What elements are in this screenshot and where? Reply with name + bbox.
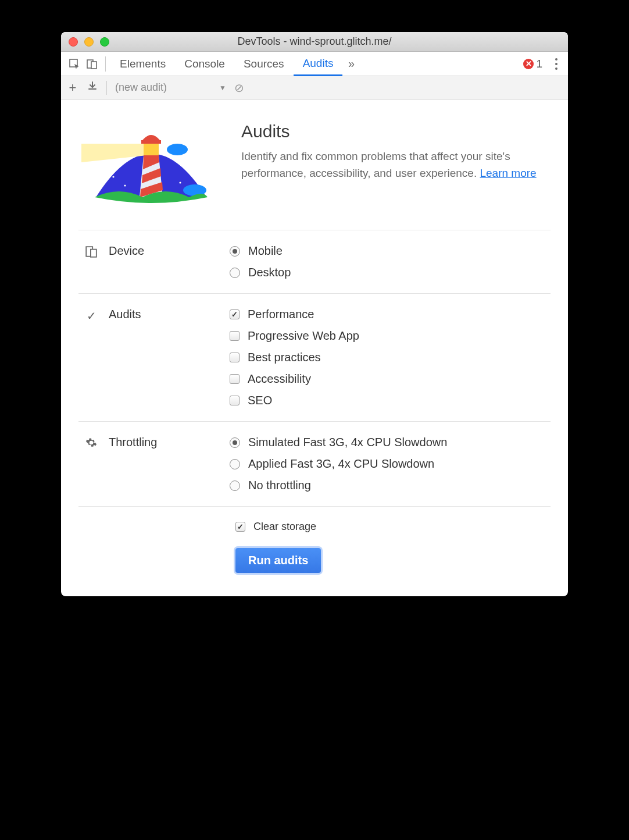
audit-option-best-practices[interactable]: Best practices (230, 351, 551, 364)
settings-menu-icon[interactable] (549, 58, 563, 70)
checkbox-icon (230, 309, 240, 319)
more-tabs-icon[interactable]: » (342, 57, 360, 70)
option-label: Clear storage (253, 521, 316, 533)
devtools-window: DevTools - wind-sprout.glitch.me/ Elemen… (61, 32, 568, 596)
error-indicator[interactable]: ✕ 1 (523, 58, 542, 70)
audits-panel: Audits Identify and fix common problems … (61, 99, 568, 596)
svg-point-8 (194, 155, 195, 157)
window-title: DevTools - wind-sprout.glitch.me/ (61, 35, 568, 48)
checkbox-icon (230, 396, 240, 405)
window-controls (61, 37, 109, 47)
option-label: Desktop (248, 266, 291, 279)
option-label: Best practices (248, 351, 321, 364)
zoom-window-button[interactable] (100, 37, 109, 47)
option-label: Progressive Web App (248, 329, 359, 343)
throttling-option-applied[interactable]: Applied Fast 3G, 4x CPU Slowdown (230, 457, 551, 471)
clear-icon[interactable]: ⊘ (234, 81, 244, 95)
hero: Audits Identify and fix common problems … (78, 113, 551, 230)
hero-text: Audits Identify and fix common problems … (241, 122, 551, 209)
error-icon: ✕ (523, 59, 534, 69)
tab-sources[interactable]: Sources (234, 52, 294, 76)
section-label: Device (109, 244, 144, 258)
new-audit-icon[interactable]: + (67, 80, 78, 95)
tab-audits[interactable]: Audits (294, 52, 343, 76)
check-icon: ✓ (84, 308, 98, 323)
tab-label: Sources (244, 58, 284, 70)
option-label: No throttling (248, 479, 311, 492)
titlebar: DevTools - wind-sprout.glitch.me/ (61, 32, 568, 52)
run-audits-button[interactable]: Run audits (235, 548, 321, 573)
device-toggle-icon[interactable] (83, 58, 101, 70)
throttling-option-simulated[interactable]: Simulated Fast 3G, 4x CPU Slowdown (230, 436, 551, 449)
audit-option-accessibility[interactable]: Accessibility (230, 372, 551, 386)
svg-point-9 (124, 184, 126, 186)
audit-option-performance[interactable]: Performance (230, 308, 551, 321)
radio-icon (230, 268, 240, 278)
close-window-button[interactable] (69, 37, 78, 47)
download-icon[interactable] (87, 81, 98, 94)
tab-label: Audits (303, 57, 334, 70)
svg-point-7 (185, 167, 187, 169)
svg-rect-2 (91, 62, 97, 69)
audit-option-seo[interactable]: SEO (230, 394, 551, 407)
tab-console[interactable]: Console (175, 52, 234, 76)
svg-rect-16 (91, 250, 97, 257)
dropdown-label: (new audit) (115, 81, 167, 94)
audit-option-pwa[interactable]: Progressive Web App (230, 329, 551, 343)
radio-icon (230, 459, 240, 469)
svg-rect-14 (141, 140, 161, 144)
svg-point-10 (179, 181, 181, 183)
page-title: Audits (241, 122, 551, 141)
separator (106, 81, 107, 95)
checkbox-icon (235, 522, 245, 532)
section-device: Device Mobile Desktop (78, 230, 551, 293)
chevron-down-icon: ▼ (219, 84, 226, 92)
tab-label: Console (184, 58, 225, 70)
section-label: Throttling (109, 436, 157, 449)
device-option-mobile[interactable]: Mobile (230, 244, 551, 258)
section-audits: ✓ Audits Performance Progressive Web App… (78, 293, 551, 421)
audit-select-dropdown[interactable]: (new audit) ▼ (115, 81, 226, 94)
checkbox-icon (230, 353, 240, 362)
device-icon (84, 244, 98, 258)
svg-rect-13 (144, 143, 159, 155)
option-label: Performance (248, 308, 314, 321)
tab-elements[interactable]: Elements (110, 52, 175, 76)
tab-label: Elements (120, 58, 166, 70)
option-label: Simulated Fast 3G, 4x CPU Slowdown (248, 436, 447, 449)
svg-point-11 (167, 144, 188, 155)
radio-icon (230, 480, 240, 491)
lighthouse-illustration (78, 122, 224, 209)
checkbox-icon (230, 374, 240, 384)
radio-icon (230, 246, 240, 257)
error-count: 1 (536, 58, 542, 70)
section-throttling: Throttling Simulated Fast 3G, 4x CPU Slo… (78, 421, 551, 506)
inspect-element-icon[interactable] (66, 58, 83, 70)
option-label: SEO (248, 394, 272, 407)
gear-icon (84, 436, 98, 449)
section-label: Audits (109, 308, 141, 321)
svg-point-5 (112, 176, 114, 177)
page-description: Identify and fix common problems that af… (241, 148, 551, 181)
separator (105, 56, 106, 72)
checkbox-icon (230, 331, 240, 341)
throttling-option-none[interactable]: No throttling (230, 479, 551, 492)
option-label: Applied Fast 3G, 4x CPU Slowdown (248, 457, 434, 471)
device-option-desktop[interactable]: Desktop (230, 266, 551, 279)
panel-tabstrip: Elements Console Sources Audits » ✕ 1 (61, 52, 568, 76)
option-label: Mobile (248, 244, 283, 258)
option-label: Accessibility (248, 372, 311, 386)
section-run: Clear storage Run audits (78, 506, 551, 573)
clear-storage-option[interactable]: Clear storage (235, 521, 551, 533)
minimize-window-button[interactable] (84, 37, 94, 47)
learn-more-link[interactable]: Learn more (480, 167, 536, 179)
audits-toolbar: + (new audit) ▼ ⊘ (61, 76, 568, 99)
description-text: Identify and fix common problems that af… (241, 150, 510, 179)
radio-icon (230, 437, 240, 448)
